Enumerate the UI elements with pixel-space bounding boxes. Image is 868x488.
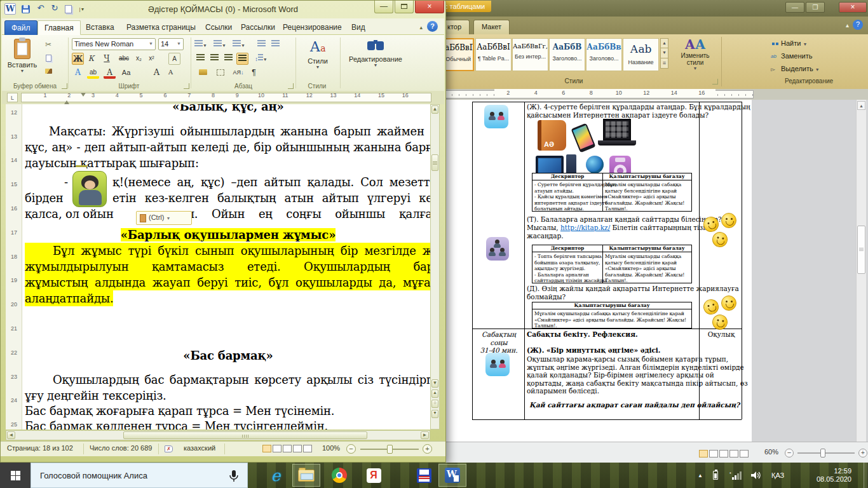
change-case-button[interactable]: Аа xyxy=(120,67,132,79)
scroll-right-icon[interactable]: ► xyxy=(421,431,429,439)
print-layout-icon[interactable] xyxy=(699,450,708,458)
spellcheck-icon[interactable]: ✗ xyxy=(165,444,173,452)
taskbar-explorer[interactable] xyxy=(292,464,320,487)
microphone-icon[interactable] xyxy=(229,470,238,482)
shading-button[interactable] xyxy=(194,67,211,79)
taskbar-search[interactable]: Голосовой помощник Алиса xyxy=(31,463,248,488)
select-button[interactable]: ▻Выделить ▼ xyxy=(771,65,853,76)
back-minimize-button[interactable]: — xyxy=(785,2,804,13)
fullscreen-view-icon[interactable] xyxy=(709,450,718,458)
tray-show-hidden-icon[interactable]: ▲ xyxy=(698,463,703,488)
taskbar-yandex[interactable]: Я xyxy=(360,464,388,487)
paragraph-dialog-launcher[interactable] xyxy=(288,83,294,89)
outline-view-icon[interactable] xyxy=(729,450,738,458)
increase-indent-button[interactable] xyxy=(269,39,281,51)
taskbar-chrome[interactable] xyxy=(325,464,353,487)
back-title-bar[interactable]: с таблицами — ❐ × xyxy=(434,0,868,17)
web-layout-icon[interactable] xyxy=(719,450,728,458)
print-layout-icon[interactable] xyxy=(262,445,271,452)
first-line-indent-marker[interactable] xyxy=(81,93,86,99)
tab-insert[interactable]: Вставка xyxy=(79,20,121,35)
zoom-out-button[interactable]: − xyxy=(785,449,794,458)
zoom-slider-thumb[interactable] xyxy=(820,449,825,458)
clock[interactable]: 12:59 08.05.2020 xyxy=(802,463,851,488)
styles-dialog-launcher[interactable] xyxy=(712,79,718,85)
align-right-button[interactable] xyxy=(222,53,234,65)
minimize-button[interactable]: — xyxy=(374,1,393,13)
network-signal-icon[interactable]: * xyxy=(729,463,742,488)
styles-gallery-scroll[interactable]: ▲ ▼ ≡ xyxy=(660,38,668,71)
front-vertical-ruler[interactable]: 1213141516171819202122232425 xyxy=(6,104,22,430)
undo-icon[interactable]: ↶ xyxy=(34,3,48,16)
save-icon[interactable] xyxy=(20,3,31,16)
style-table-para[interactable]: АаБбВвІ¶ Table Pa... xyxy=(475,38,512,71)
language-indicator[interactable]: казахский xyxy=(184,444,215,452)
front-document-page[interactable]: 1213141516171819202122232425 «Балық, құс… xyxy=(6,104,430,430)
zoom-in-button[interactable]: + xyxy=(423,444,432,454)
find-button[interactable]: Найти ▼ xyxy=(771,39,853,51)
zoom-out-button[interactable]: − xyxy=(346,444,356,454)
gallery-up-icon[interactable]: ▲ xyxy=(660,38,668,48)
multilevel-list-button[interactable]: ▼ xyxy=(233,39,245,51)
italic-button[interactable]: К xyxy=(85,53,97,65)
word-window-front[interactable]: W ↶ ↻ |▼ Әдістер ҚОЙМАСЫ (0) - Microsoft… xyxy=(0,0,446,463)
front-horizontal-scrollbar[interactable]: ◄ ► xyxy=(6,430,430,440)
next-page-icon[interactable]: ▼ xyxy=(431,410,438,418)
bold-button[interactable]: Ж xyxy=(72,53,84,65)
draft-view-icon[interactable] xyxy=(740,450,749,458)
show-marks-button[interactable]: ¶ xyxy=(248,67,260,79)
battery-icon[interactable] xyxy=(713,463,718,488)
borders-button[interactable] xyxy=(212,67,229,79)
scroll-up-icon[interactable]: ▲ xyxy=(431,105,438,114)
zoom-slider-track[interactable] xyxy=(797,452,855,454)
scroll-down-icon[interactable]: ▼ xyxy=(431,379,438,388)
web-layout-icon[interactable] xyxy=(283,445,292,452)
front-view-buttons[interactable] xyxy=(262,444,313,452)
sort-button[interactable]: АЯ↓ xyxy=(230,67,247,79)
subscript-button[interactable]: x₂ xyxy=(133,53,145,65)
scroll-thumb[interactable] xyxy=(857,226,865,274)
underline-button[interactable]: Ч xyxy=(98,53,115,65)
back-restore-button[interactable]: ❐ xyxy=(806,2,825,13)
line-spacing-button[interactable]: ↕▼ xyxy=(253,53,269,65)
scroll-thumb[interactable] xyxy=(123,431,367,439)
zoom-slider-thumb[interactable] xyxy=(387,445,393,454)
maximize-button[interactable] xyxy=(395,1,414,13)
align-left-button[interactable] xyxy=(194,53,207,65)
front-vertical-scrollbar[interactable]: ▲ ▼ ▲ ○ ▼ xyxy=(430,104,440,430)
style-heading2[interactable]: АаБбВвЗаголово... xyxy=(586,38,622,71)
gallery-more-icon[interactable]: ≡ xyxy=(660,58,668,69)
tab-file[interactable]: Файл xyxy=(4,20,37,35)
taskbar-floppy-app[interactable] xyxy=(410,464,438,487)
previous-page-icon[interactable]: ▲ xyxy=(431,390,438,398)
paste-qat-icon[interactable] xyxy=(62,3,74,16)
volume-icon[interactable] xyxy=(751,463,761,488)
front-zoom-level[interactable]: 100% xyxy=(322,444,340,452)
tab-references[interactable]: Ссылки xyxy=(199,20,238,35)
taskbar-word[interactable]: W xyxy=(438,464,466,487)
paste-button[interactable]: Вставить ▼ xyxy=(6,37,39,83)
tab-review[interactable]: Рецензирование xyxy=(276,20,348,35)
tab-maket[interactable]: Макет xyxy=(473,20,510,34)
tab-view[interactable]: Вид xyxy=(345,20,372,35)
front-title-bar[interactable]: W ↶ ↻ |▼ Әдістер ҚОЙМАСЫ (0) - Microsoft… xyxy=(1,1,445,18)
style-no-spacing[interactable]: АаБбВвГг,Без интер... xyxy=(512,38,548,71)
highlight-color-button[interactable]: ab xyxy=(87,67,99,79)
word-window-back[interactable]: с таблицами — ❐ × ктор Макет ▴ ? АаБбВвГ… xyxy=(434,0,868,464)
tab-home[interactable]: Главная xyxy=(37,20,81,35)
phonetic-guide-button[interactable]: А xyxy=(168,53,180,65)
font-dialog-launcher[interactable] xyxy=(184,83,189,89)
cut-icon[interactable]: ✂ xyxy=(41,39,55,51)
redo-icon[interactable]: ↻ xyxy=(49,3,60,16)
zoom-in-button[interactable]: + xyxy=(858,449,867,458)
shrink-font-button[interactable]: А xyxy=(165,67,177,79)
collapse-ribbon-icon[interactable]: ▴ xyxy=(846,22,849,29)
text-effects-button[interactable]: А xyxy=(72,67,84,79)
hanging-indent-marker[interactable] xyxy=(64,98,69,104)
bullets-button[interactable]: ▼ xyxy=(194,39,207,51)
gallery-down-icon[interactable]: ▼ xyxy=(660,48,668,58)
scroll-up-icon[interactable]: ▲ xyxy=(857,101,865,110)
back-vertical-scrollbar[interactable]: ▲ xyxy=(856,100,866,442)
format-painter-icon[interactable] xyxy=(41,65,55,78)
back-document-area[interactable]: (Ж). 4-суретте берілген құралдарды атаңд… xyxy=(434,100,868,442)
